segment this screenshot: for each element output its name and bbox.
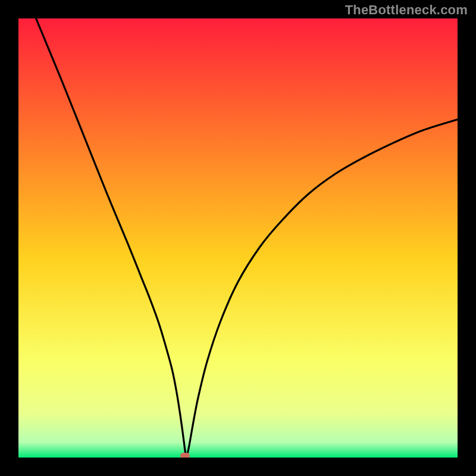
watermark-text: TheBottleneck.com <box>345 2 468 18</box>
plot-area <box>18 18 458 458</box>
bottleneck-curve <box>18 18 458 458</box>
optimal-marker <box>180 453 190 458</box>
chart-frame: TheBottleneck.com <box>0 0 476 476</box>
